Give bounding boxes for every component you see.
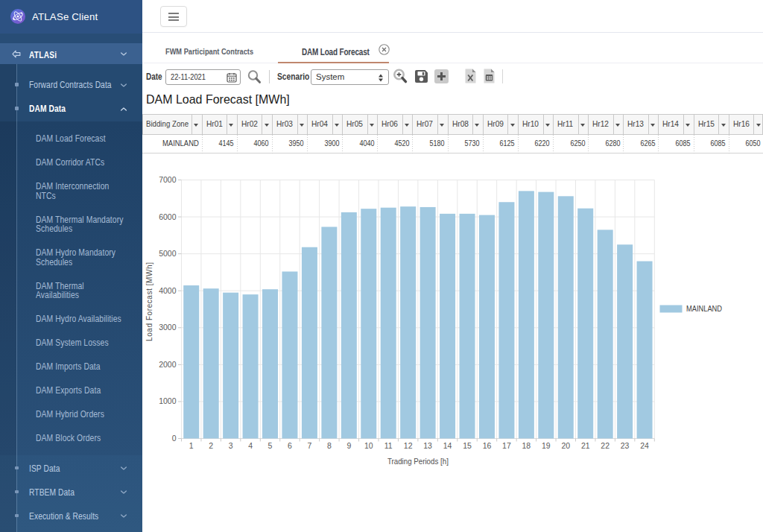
svg-text:6000: 6000 (159, 212, 177, 221)
svg-text:10: 10 (364, 441, 373, 450)
svg-text:7000: 7000 (159, 175, 177, 184)
svg-text:12: 12 (404, 441, 413, 450)
svg-text:14: 14 (443, 441, 452, 450)
svg-text:5: 5 (268, 441, 273, 450)
svg-text:2000: 2000 (159, 360, 177, 369)
svg-text:19: 19 (542, 441, 551, 450)
svg-text:22: 22 (601, 441, 610, 450)
svg-text:4000: 4000 (159, 286, 177, 295)
svg-text:9: 9 (346, 441, 351, 450)
svg-text:1: 1 (189, 441, 194, 450)
svg-text:15: 15 (463, 441, 472, 450)
svg-text:23: 23 (621, 441, 630, 450)
svg-text:7: 7 (307, 441, 311, 450)
svg-text:3000: 3000 (159, 323, 177, 332)
svg-text:13: 13 (423, 441, 432, 450)
svg-text:MAINLAND: MAINLAND (686, 304, 722, 313)
svg-text:Load Forecast [MWh]: Load Forecast [MWh] (145, 262, 153, 341)
svg-text:4: 4 (248, 441, 253, 450)
svg-text:5000: 5000 (159, 249, 177, 258)
svg-text:24: 24 (640, 441, 649, 450)
svg-text:0: 0 (172, 434, 177, 443)
svg-text:6: 6 (288, 441, 292, 450)
svg-text:18: 18 (522, 441, 531, 450)
svg-text:8: 8 (327, 441, 332, 450)
svg-text:11: 11 (384, 441, 393, 450)
svg-text:16: 16 (483, 441, 492, 450)
svg-text:20: 20 (561, 441, 570, 450)
svg-text:2: 2 (209, 441, 213, 450)
svg-text:Trading Periods [h]: Trading Periods [h] (387, 457, 449, 466)
svg-text:1000: 1000 (159, 396, 177, 405)
svg-text:17: 17 (502, 441, 511, 450)
svg-text:21: 21 (581, 441, 590, 450)
svg-text:3: 3 (229, 441, 233, 450)
